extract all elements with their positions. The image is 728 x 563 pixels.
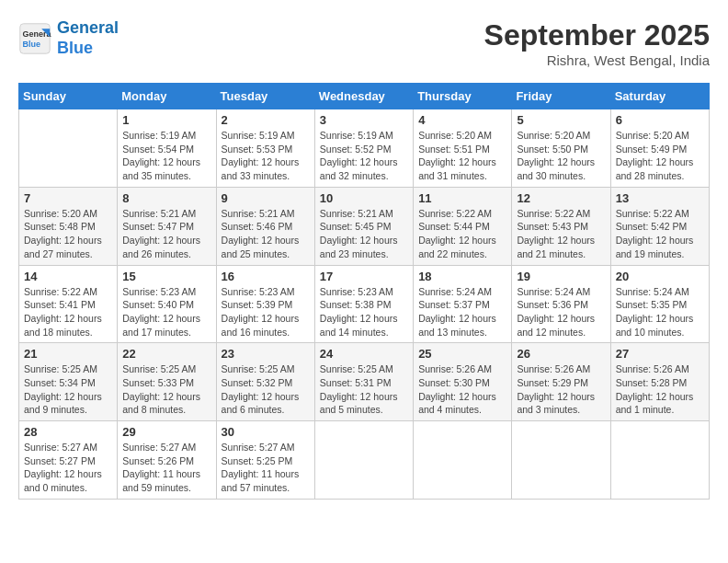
day-number: 9 — [222, 191, 310, 205]
svg-text:Blue: Blue — [23, 40, 41, 49]
day-info: Sunrise: 5:26 AMSunset: 5:30 PMDaylight:… — [418, 362, 506, 417]
day-number: 26 — [517, 347, 605, 361]
day-info: Sunrise: 5:22 AMSunset: 5:42 PMDaylight:… — [616, 207, 704, 261]
day-info: Sunrise: 5:20 AMSunset: 5:51 PMDaylight:… — [418, 129, 506, 183]
calendar-cell: 11Sunrise: 5:22 AMSunset: 5:44 PMDayligh… — [414, 187, 512, 265]
calendar-week-row: 21Sunrise: 5:25 AMSunset: 5:34 PMDayligh… — [19, 343, 710, 421]
day-info: Sunrise: 5:22 AMSunset: 5:41 PMDaylight:… — [24, 285, 112, 339]
calendar-cell: 18Sunrise: 5:24 AMSunset: 5:37 PMDayligh… — [414, 265, 512, 343]
calendar-cell: 15Sunrise: 5:23 AMSunset: 5:40 PMDayligh… — [118, 265, 216, 343]
day-number: 15 — [122, 270, 210, 283]
day-number: 13 — [616, 191, 704, 205]
calendar-cell: 1Sunrise: 5:19 AMSunset: 5:54 PMDaylight… — [118, 109, 216, 188]
day-number: 30 — [222, 425, 310, 439]
day-number: 22 — [122, 347, 210, 361]
calendar-cell — [314, 421, 413, 500]
day-header-tuesday: Tuesday — [216, 84, 314, 109]
day-number: 23 — [222, 347, 310, 361]
day-number: 14 — [24, 270, 112, 283]
calendar-cell: 13Sunrise: 5:22 AMSunset: 5:42 PMDayligh… — [610, 187, 709, 265]
calendar-cell: 12Sunrise: 5:22 AMSunset: 5:43 PMDayligh… — [512, 187, 610, 265]
day-number: 21 — [24, 347, 112, 361]
calendar-cell: 29Sunrise: 5:27 AMSunset: 5:26 PMDayligh… — [118, 421, 216, 500]
day-header-monday: Monday — [118, 84, 216, 109]
calendar-cell: 23Sunrise: 5:25 AMSunset: 5:32 PMDayligh… — [216, 343, 314, 421]
day-info: Sunrise: 5:26 AMSunset: 5:29 PMDaylight:… — [517, 362, 605, 417]
day-header-sunday: Sunday — [19, 84, 118, 109]
day-number: 1 — [122, 113, 210, 127]
calendar-cell: 2Sunrise: 5:19 AMSunset: 5:53 PMDaylight… — [216, 109, 314, 188]
logo-text: GeneralBlue — [57, 18, 119, 58]
day-info: Sunrise: 5:21 AMSunset: 5:47 PMDaylight:… — [122, 207, 210, 261]
day-info: Sunrise: 5:21 AMSunset: 5:46 PMDaylight:… — [222, 207, 310, 261]
calendar-cell: 21Sunrise: 5:25 AMSunset: 5:34 PMDayligh… — [19, 343, 118, 421]
day-header-friday: Friday — [512, 84, 610, 109]
day-info: Sunrise: 5:19 AMSunset: 5:53 PMDaylight:… — [222, 129, 310, 183]
calendar-cell: 7Sunrise: 5:20 AMSunset: 5:48 PMDaylight… — [19, 187, 118, 265]
calendar-cell: 8Sunrise: 5:21 AMSunset: 5:47 PMDaylight… — [118, 187, 216, 265]
day-info: Sunrise: 5:20 AMSunset: 5:49 PMDaylight:… — [616, 129, 704, 183]
day-info: Sunrise: 5:25 AMSunset: 5:31 PMDaylight:… — [320, 362, 408, 417]
calendar-cell: 30Sunrise: 5:27 AMSunset: 5:25 PMDayligh… — [216, 421, 314, 500]
calendar-cell: 17Sunrise: 5:23 AMSunset: 5:38 PMDayligh… — [314, 265, 413, 343]
day-info: Sunrise: 5:25 AMSunset: 5:32 PMDaylight:… — [222, 362, 310, 417]
calendar-cell: 19Sunrise: 5:24 AMSunset: 5:36 PMDayligh… — [512, 265, 610, 343]
calendar-week-row: 28Sunrise: 5:27 AMSunset: 5:27 PMDayligh… — [19, 421, 710, 500]
day-info: Sunrise: 5:19 AMSunset: 5:54 PMDaylight:… — [122, 129, 210, 183]
calendar-table: SundayMondayTuesdayWednesdayThursdayFrid… — [18, 83, 710, 500]
calendar-week-row: 1Sunrise: 5:19 AMSunset: 5:54 PMDaylight… — [19, 109, 710, 188]
day-number: 8 — [122, 191, 210, 205]
day-info: Sunrise: 5:20 AMSunset: 5:50 PMDaylight:… — [517, 129, 605, 183]
calendar-cell: 27Sunrise: 5:26 AMSunset: 5:28 PMDayligh… — [610, 343, 709, 421]
logo-icon: General Blue — [18, 22, 51, 55]
day-number: 16 — [222, 270, 310, 283]
day-info: Sunrise: 5:23 AMSunset: 5:38 PMDaylight:… — [320, 285, 408, 339]
calendar-cell: 9Sunrise: 5:21 AMSunset: 5:46 PMDaylight… — [216, 187, 314, 265]
calendar-cell: 26Sunrise: 5:26 AMSunset: 5:29 PMDayligh… — [512, 343, 610, 421]
calendar-cell — [512, 421, 610, 500]
day-number: 12 — [517, 191, 605, 205]
day-number: 25 — [418, 347, 506, 361]
day-info: Sunrise: 5:24 AMSunset: 5:37 PMDaylight:… — [418, 285, 506, 339]
calendar-cell: 4Sunrise: 5:20 AMSunset: 5:51 PMDaylight… — [414, 109, 512, 188]
day-info: Sunrise: 5:24 AMSunset: 5:36 PMDaylight:… — [517, 285, 605, 339]
day-number: 7 — [24, 191, 112, 205]
day-number: 2 — [222, 113, 310, 127]
day-info: Sunrise: 5:20 AMSunset: 5:48 PMDaylight:… — [24, 207, 112, 261]
day-header-saturday: Saturday — [610, 84, 709, 109]
day-number: 6 — [616, 113, 704, 127]
day-number: 5 — [517, 113, 605, 127]
logo: General Blue GeneralBlue — [18, 18, 119, 58]
day-info: Sunrise: 5:22 AMSunset: 5:43 PMDaylight:… — [517, 207, 605, 261]
day-info: Sunrise: 5:26 AMSunset: 5:28 PMDaylight:… — [616, 362, 704, 417]
location: Rishra, West Bengal, India — [484, 52, 710, 68]
day-number: 11 — [418, 191, 506, 205]
day-number: 18 — [418, 270, 506, 283]
calendar-cell: 16Sunrise: 5:23 AMSunset: 5:39 PMDayligh… — [216, 265, 314, 343]
day-header-thursday: Thursday — [414, 84, 512, 109]
month-title: September 2025 — [484, 18, 710, 52]
day-info: Sunrise: 5:27 AMSunset: 5:27 PMDaylight:… — [24, 441, 112, 495]
calendar-cell: 24Sunrise: 5:25 AMSunset: 5:31 PMDayligh… — [314, 343, 413, 421]
calendar-cell — [414, 421, 512, 500]
title-block: September 2025 Rishra, West Bengal, Indi… — [484, 18, 710, 68]
calendar-cell: 20Sunrise: 5:24 AMSunset: 5:35 PMDayligh… — [610, 265, 709, 343]
day-number: 19 — [517, 270, 605, 283]
calendar-week-row: 7Sunrise: 5:20 AMSunset: 5:48 PMDaylight… — [19, 187, 710, 265]
calendar-cell: 3Sunrise: 5:19 AMSunset: 5:52 PMDaylight… — [314, 109, 413, 188]
day-info: Sunrise: 5:19 AMSunset: 5:52 PMDaylight:… — [320, 129, 408, 183]
calendar-cell: 10Sunrise: 5:21 AMSunset: 5:45 PMDayligh… — [314, 187, 413, 265]
day-number: 17 — [320, 270, 408, 283]
calendar-cell: 25Sunrise: 5:26 AMSunset: 5:30 PMDayligh… — [414, 343, 512, 421]
calendar-cell: 5Sunrise: 5:20 AMSunset: 5:50 PMDaylight… — [512, 109, 610, 188]
day-info: Sunrise: 5:22 AMSunset: 5:44 PMDaylight:… — [418, 207, 506, 261]
day-info: Sunrise: 5:24 AMSunset: 5:35 PMDaylight:… — [616, 285, 704, 339]
day-number: 4 — [418, 113, 506, 127]
day-info: Sunrise: 5:23 AMSunset: 5:40 PMDaylight:… — [122, 285, 210, 339]
calendar-cell: 14Sunrise: 5:22 AMSunset: 5:41 PMDayligh… — [19, 265, 118, 343]
day-info: Sunrise: 5:27 AMSunset: 5:26 PMDaylight:… — [122, 441, 210, 495]
calendar-cell — [610, 421, 709, 500]
calendar-cell: 22Sunrise: 5:25 AMSunset: 5:33 PMDayligh… — [118, 343, 216, 421]
day-number: 24 — [320, 347, 408, 361]
calendar-header-row: SundayMondayTuesdayWednesdayThursdayFrid… — [19, 84, 710, 109]
